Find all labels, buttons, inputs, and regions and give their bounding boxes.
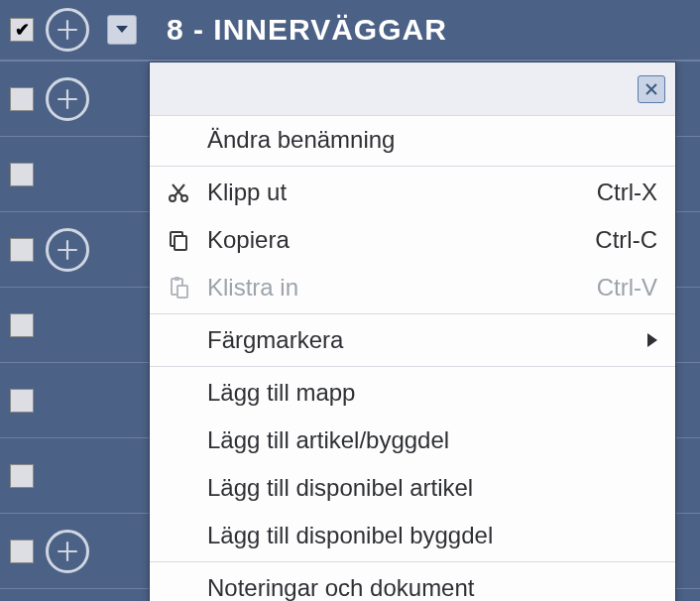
menu-item-add-folder[interactable]: Lägg till mapp	[150, 369, 675, 417]
plus-icon	[55, 17, 80, 43]
menu-label: Lägg till mapp	[207, 379, 657, 407]
row-checkbox[interactable]	[10, 540, 34, 563]
menu-item-add-disp-byggdel[interactable]: Lägg till disponibel byggdel	[150, 512, 675, 559]
add-button[interactable]	[46, 77, 89, 121]
menu-item-cut[interactable]: Klipp ut Ctrl-X	[150, 169, 675, 216]
menu-item-rename[interactable]: Ändra benämning	[150, 116, 675, 164]
menu-label: Färgmarkera	[207, 326, 640, 354]
menu-label: Klipp ut	[207, 179, 597, 206]
close-icon	[643, 81, 659, 97]
menu-shortcut: Ctrl-X	[597, 179, 657, 206]
add-button[interactable]	[46, 228, 89, 272]
header-checkbox[interactable]	[10, 18, 34, 42]
row-checkbox[interactable]	[10, 163, 34, 186]
menu-item-add-disp-article[interactable]: Lägg till disponibel artikel	[150, 464, 675, 512]
menu-label: Ändra benämning	[207, 126, 657, 154]
menu-item-paste: Klistra in Ctrl-V	[150, 264, 675, 311]
menu-item-add-article[interactable]: Lägg till artikel/byggdel	[150, 417, 675, 464]
menu-item-notes[interactable]: Noteringar och dokument	[150, 564, 675, 601]
add-button[interactable]	[46, 8, 89, 52]
menu-separator	[150, 561, 675, 562]
menu-separator	[150, 313, 675, 314]
row-checkbox[interactable]	[10, 464, 34, 488]
context-menu-header	[150, 62, 675, 116]
plus-icon	[55, 86, 80, 112]
row-checkbox[interactable]	[10, 313, 34, 337]
menu-separator	[150, 166, 675, 167]
svg-rect-5	[175, 277, 179, 281]
menu-label: Noteringar och dokument	[207, 574, 657, 601]
menu-shortcut: Ctrl-V	[597, 274, 657, 301]
paste-icon	[150, 276, 207, 300]
menu-item-copy[interactable]: Kopiera Ctrl-C	[150, 216, 675, 264]
copy-icon	[150, 228, 207, 252]
row-checkbox[interactable]	[10, 238, 34, 262]
menu-label: Kopiera	[207, 226, 595, 254]
menu-shortcut: Ctrl-C	[595, 226, 657, 254]
menu-label: Lägg till disponibel artikel	[207, 474, 657, 502]
cut-icon	[150, 180, 207, 204]
menu-separator	[150, 366, 675, 367]
close-button[interactable]	[638, 75, 665, 103]
menu-label: Lägg till artikel/byggdel	[207, 426, 657, 454]
svg-rect-6	[177, 286, 187, 298]
chevron-down-icon	[115, 25, 129, 35]
svg-rect-3	[175, 236, 186, 250]
plus-icon	[55, 539, 80, 564]
menu-item-highlight[interactable]: Färgmarkera	[150, 316, 675, 364]
header-row: 8 - INNERVÄGGAR	[0, 0, 700, 61]
add-button[interactable]	[46, 530, 89, 573]
plus-icon	[55, 237, 80, 263]
page-title: 8 - INNERVÄGGAR	[167, 13, 447, 47]
context-menu: Ändra benämning Klipp ut Ctrl-X Kopiera …	[149, 61, 676, 601]
row-checkbox[interactable]	[10, 87, 34, 111]
submenu-arrow-icon	[647, 333, 657, 347]
menu-label: Lägg till disponibel byggdel	[207, 522, 657, 549]
row-checkbox[interactable]	[10, 389, 34, 413]
dropdown-button[interactable]	[107, 15, 137, 45]
menu-label: Klistra in	[207, 274, 597, 301]
